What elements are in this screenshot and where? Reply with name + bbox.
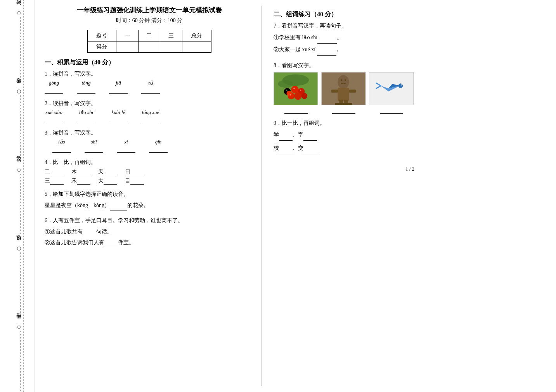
q8-image-labels <box>274 107 546 114</box>
q7-blank2 <box>317 50 336 56</box>
q1-py3-line <box>109 88 128 94</box>
q1-py3: jiā <box>109 80 128 94</box>
section1-title: 一、积累与运用（40 分） <box>45 59 254 67</box>
q3-label: 3．读拼音，写汉字。 <box>45 130 254 136</box>
q6-label: 6．人有五件宝，手足口耳目。学习和劳动，谁也离不了。 <box>45 217 254 224</box>
q3-py4-text: qīn <box>155 139 162 145</box>
svg-rect-18 <box>331 90 338 93</box>
q8-lbl-line-3 <box>380 107 403 114</box>
q8-img-berries <box>274 72 318 105</box>
q2-py3: kuài lè <box>109 109 128 123</box>
svg-point-13 <box>300 90 301 91</box>
sidebar-label-xuexiao: 学校： <box>16 316 21 323</box>
q5-label: 5．给加下划线字选择正确的读音。 <box>45 191 254 198</box>
svg-rect-19 <box>349 90 356 93</box>
q1-py1-line <box>45 88 63 94</box>
svg-point-26 <box>398 83 403 88</box>
q4-char-tian: 天 <box>98 168 117 175</box>
q3-py4-line <box>149 147 168 153</box>
score-label-defen: 得分 <box>87 41 116 53</box>
q9-row1: 学、字 <box>274 129 546 141</box>
sidebar-circle-1 <box>17 11 21 15</box>
q6-sub2: ②这首儿歌告诉我们人有件宝。 <box>45 237 254 248</box>
q1-pinyins: gòng tóng jiā tǔ <box>45 80 254 94</box>
q9-blank-xue <box>279 135 293 141</box>
q6-blank2 <box>104 242 118 248</box>
content-wrapper: 一年级练习题强化训练上学期语文一单元模拟试卷 时间：60 分钟 满分：100 分… <box>35 0 556 392</box>
q8-lbl-2 <box>321 107 366 114</box>
q2-block: 2．读拼音，写汉字。 xué xiào lǎo shī kuài lè <box>45 100 254 123</box>
q2-py1: xué xiào <box>45 109 63 123</box>
q3-py2: shī <box>85 139 103 153</box>
q2-py3-line <box>109 117 128 123</box>
q4-left-block: 4．比一比，再组词。 二 木 天 日 三 禾 大 目 <box>45 159 254 185</box>
q4-blank-er <box>50 169 64 175</box>
q7-block: 7．看拼音写汉字，再读句子。 ①学校里有 lǎo shī。 ②大家一起 xué … <box>274 22 546 56</box>
q1-py2-line <box>77 88 95 94</box>
svg-point-16 <box>338 75 349 88</box>
doc-title: 一年级练习题强化训练上学期语文一单元模拟试卷 <box>45 6 254 15</box>
q9-blank-zi <box>303 135 317 141</box>
svg-point-23 <box>341 79 342 81</box>
q1-py4-text: tǔ <box>148 80 153 86</box>
q3-py3: xí <box>117 139 135 153</box>
q2-py2: lǎo shī <box>77 109 95 123</box>
q4-char-mu: 木 <box>71 168 90 175</box>
svg-point-5 <box>291 86 299 93</box>
sidebar-circle-2 <box>17 90 21 93</box>
q7-sub2: ②大家一起 xué xí 。 <box>274 44 546 56</box>
q5-sentence: 星星是夜空（kōng kòng）的花朵。 <box>45 202 149 208</box>
q6-blank1 <box>83 231 96 237</box>
q1-block: 1．读拼音，写汉字。 gòng tóng jiā tǔ <box>45 71 254 94</box>
q1-py4-line <box>141 88 160 94</box>
sidebar-label-banji: 班级： <box>16 237 21 245</box>
svg-point-8 <box>294 92 302 100</box>
q4-blank-mu2 <box>130 178 144 185</box>
q7-blank1 <box>317 38 337 44</box>
sidebar: 计考 考场： 姓名： 班级： 学校： <box>0 0 35 392</box>
sidebar-circle-5 <box>17 325 21 329</box>
q1-py2: tóng <box>77 80 95 94</box>
q4-char-ri: 日 <box>125 168 144 175</box>
q4-char-er: 二 <box>45 168 64 175</box>
sidebar-circle-4 <box>17 247 21 250</box>
q1-py1-text: gòng <box>49 80 59 86</box>
q9-blank-jiao <box>303 148 317 154</box>
q3-py3-line <box>117 147 135 153</box>
q3-block: 3．读拼音，写汉字。 lǎo shī xí <box>45 130 254 153</box>
q8-lbl-3 <box>369 107 414 114</box>
page-wrapper: 计考 考场： 姓名： 班级： 学校： 一年级练习题强化训练上学期语文一单元模 <box>0 0 556 392</box>
svg-point-9 <box>301 93 308 99</box>
sidebar-label-jikao: 计考 <box>16 8 21 9</box>
statue-svg <box>322 73 365 105</box>
doc-info: 时间：60 分钟 满分：100 分 <box>45 17 254 24</box>
q2-py1-line <box>45 117 63 123</box>
q9-blank-xiao <box>279 148 293 154</box>
svg-point-27 <box>401 84 402 85</box>
svg-point-24 <box>345 79 346 81</box>
q3-py3-text: xí <box>124 139 128 145</box>
svg-point-11 <box>286 90 288 91</box>
q8-images <box>274 72 546 105</box>
swallow-svg <box>369 73 413 105</box>
q4-char-da: 大 <box>98 178 117 185</box>
left-column: 一年级练习题强化训练上学期语文一单元模拟试卷 时间：60 分钟 满分：100 分… <box>45 6 262 386</box>
page-number: 1 / 2 <box>274 166 546 172</box>
q3-py2-line <box>85 147 103 153</box>
berry-svg <box>274 73 318 105</box>
score-table: 题号 一 二 三 总分 得分 <box>87 30 211 53</box>
svg-point-2 <box>278 80 293 88</box>
q2-py2-line <box>77 117 95 123</box>
svg-point-12 <box>293 88 295 89</box>
svg-point-10 <box>287 90 292 96</box>
score-header-题号: 题号 <box>87 30 116 41</box>
score-header-二: 二 <box>138 30 160 41</box>
q8-lbl-line-2 <box>332 107 355 114</box>
q1-py4: tǔ <box>141 80 160 94</box>
q4-blank-ri <box>130 169 144 175</box>
score-cell-total <box>182 41 211 53</box>
q3-py2-text: shī <box>91 139 97 145</box>
q4-blank-mu <box>77 169 90 175</box>
svg-rect-22 <box>335 103 352 105</box>
q4-blank-san <box>50 178 64 185</box>
